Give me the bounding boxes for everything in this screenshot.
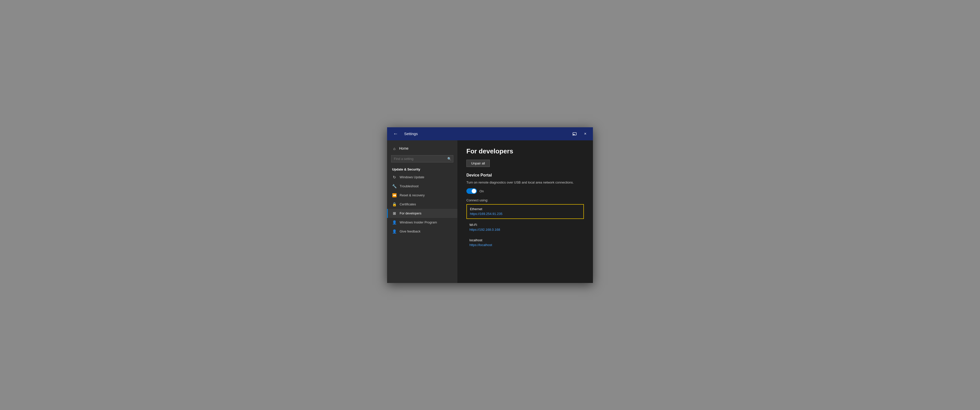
connection-localhost: localhost https://localhost bbox=[466, 236, 584, 249]
search-input[interactable] bbox=[391, 155, 453, 162]
wifi-name: Wi-Fi bbox=[469, 223, 581, 227]
sidebar: ⌂ Home 🔍 Update & Security ↻ Windows Upd… bbox=[387, 140, 457, 283]
sidebar-item-windows-update[interactable]: ↻ Windows Update bbox=[387, 173, 457, 182]
sidebar-item-label: Windows Update bbox=[399, 175, 424, 179]
feedback-icon: 👤 bbox=[392, 229, 397, 234]
troubleshoot-icon: 🔧 bbox=[392, 184, 397, 189]
ethernet-name: Ethernet bbox=[470, 207, 581, 211]
sidebar-item-certificates[interactable]: 🔒 Certificates bbox=[387, 200, 457, 209]
sidebar-item-label: Windows Insider Program bbox=[399, 221, 437, 224]
sidebar-item-label: For developers bbox=[399, 211, 422, 215]
developers-icon: ⊞ bbox=[392, 211, 397, 216]
toggle-label: On bbox=[479, 189, 484, 193]
close-button[interactable]: × bbox=[582, 130, 589, 137]
wifi-url[interactable]: https://192.168.0.168 bbox=[469, 228, 500, 232]
sidebar-item-troubleshoot[interactable]: 🔧 Troubleshoot bbox=[387, 182, 457, 191]
localhost-url[interactable]: https://localhost bbox=[469, 243, 492, 247]
toggle-row: On bbox=[466, 188, 584, 194]
sidebar-item-windows-insider[interactable]: 👤 Windows Insider Program bbox=[387, 218, 457, 227]
diagnostics-toggle[interactable] bbox=[466, 188, 477, 194]
sidebar-section-label: Update & Security bbox=[387, 165, 457, 173]
search-icon: 🔍 bbox=[447, 157, 451, 161]
window-body: ⌂ Home 🔍 Update & Security ↻ Windows Upd… bbox=[387, 140, 593, 283]
sidebar-item-reset-recovery[interactable]: ⏪ Reset & recovery bbox=[387, 191, 457, 200]
device-portal-title: Device Portal bbox=[466, 173, 584, 178]
unpair-all-button[interactable]: Unpair all bbox=[466, 160, 490, 167]
cast-icon bbox=[573, 132, 577, 136]
home-label: Home bbox=[399, 146, 409, 150]
sidebar-item-label: Certificates bbox=[399, 202, 416, 206]
back-button[interactable]: ← bbox=[391, 130, 400, 138]
main-content: For developers Unpair all Device Portal … bbox=[457, 140, 593, 283]
reset-icon: ⏪ bbox=[392, 193, 397, 198]
cast-button[interactable] bbox=[570, 130, 580, 137]
localhost-name: localhost bbox=[469, 238, 581, 242]
certificates-icon: 🔒 bbox=[392, 202, 397, 207]
window-title: Settings bbox=[404, 132, 570, 136]
titlebar-controls: × bbox=[570, 130, 589, 137]
connection-ethernet: Ethernet https://169.254.91.235 bbox=[466, 204, 584, 219]
sidebar-item-label: Troubleshoot bbox=[399, 184, 418, 188]
search-box: 🔍 bbox=[391, 155, 453, 162]
sidebar-item-for-developers[interactable]: ⊞ For developers bbox=[387, 209, 457, 218]
titlebar: ← Settings × bbox=[387, 127, 593, 140]
settings-window: ← Settings × ⌂ Home 🔍 bbox=[387, 127, 593, 283]
page-title: For developers bbox=[466, 147, 584, 155]
sidebar-item-give-feedback[interactable]: 👤 Give feedback bbox=[387, 227, 457, 236]
sidebar-item-home[interactable]: ⌂ Home bbox=[387, 145, 457, 153]
svg-point-1 bbox=[573, 135, 573, 135]
ethernet-url[interactable]: https://169.254.91.235 bbox=[470, 212, 502, 216]
insider-icon: 👤 bbox=[392, 220, 397, 225]
connect-label: Connect using: bbox=[466, 199, 584, 202]
sidebar-item-label: Reset & recovery bbox=[399, 193, 425, 197]
toggle-knob bbox=[472, 189, 476, 193]
device-portal-description: Turn on remote diagnostics over USB and … bbox=[466, 180, 584, 185]
home-icon: ⌂ bbox=[392, 146, 397, 151]
sidebar-item-label: Give feedback bbox=[399, 229, 420, 233]
connection-wifi: Wi-Fi https://192.168.0.168 bbox=[466, 221, 584, 234]
windows-update-icon: ↻ bbox=[392, 175, 397, 180]
